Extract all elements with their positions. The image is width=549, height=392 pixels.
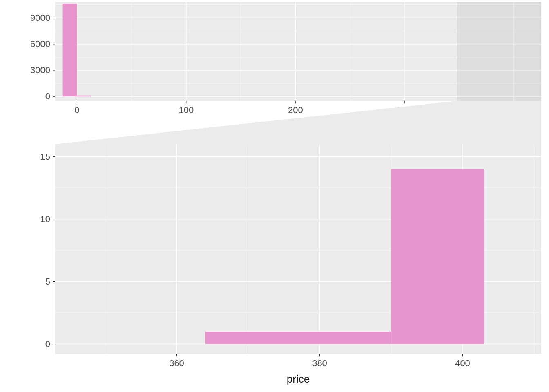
- x-tick-label: 400: [455, 358, 470, 368]
- bar: [63, 4, 77, 96]
- x-axis-label: price: [287, 373, 310, 385]
- y-tick-label: 0: [45, 339, 50, 349]
- x-tick-label: 360: [169, 358, 184, 368]
- x-tick-label: 0: [74, 105, 79, 115]
- y-tick-label: 15: [40, 151, 50, 162]
- bar: [205, 332, 299, 344]
- zoom-window-shade: [457, 2, 541, 101]
- x-tick-label: 100: [179, 105, 194, 115]
- x-tick-label: 200: [288, 105, 303, 115]
- y-tick-label: 0: [45, 91, 50, 101]
- x-tick-label: 380: [312, 358, 327, 368]
- bar: [391, 169, 484, 344]
- bar: [298, 332, 391, 344]
- y-tick-label: 5: [45, 276, 50, 287]
- bar: [77, 96, 91, 97]
- y-tick-label: 3000: [30, 65, 50, 75]
- y-tick-label: 10: [40, 214, 50, 224]
- y-tick-label: 6000: [30, 39, 50, 49]
- y-tick-label: 9000: [30, 13, 50, 23]
